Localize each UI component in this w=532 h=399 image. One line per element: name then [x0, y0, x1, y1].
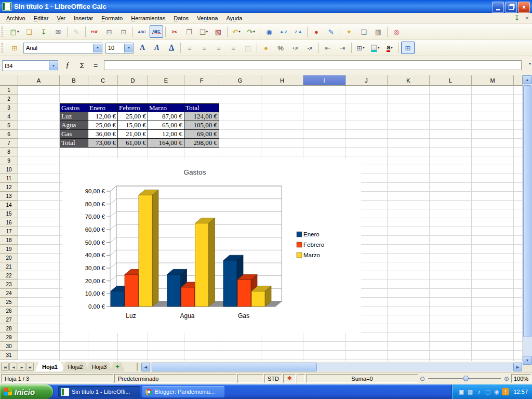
table-cell[interactable]: 12,00 €: [148, 130, 184, 139]
table-cell[interactable]: 12,00 €: [88, 112, 118, 121]
table-row-label[interactable]: Agua: [60, 121, 88, 130]
table-cell[interactable]: 87,00 €: [148, 112, 184, 121]
toolbar-grip[interactable]: [2, 26, 5, 37]
scroll-down-icon[interactable]: ▼: [523, 356, 532, 365]
borders-button[interactable]: ⊞▾: [354, 42, 367, 54]
combo-dropdown-icon[interactable]: ▾: [93, 44, 102, 52]
dropdown-arrow-icon[interactable]: ▾: [378, 46, 380, 50]
power-icon[interactable]: ◉: [492, 388, 501, 396]
row-header-29[interactable]: 29: [0, 333, 18, 342]
column-header-H[interactable]: H: [261, 75, 303, 86]
table-cell[interactable]: 25,00 €: [118, 112, 148, 121]
zoom-slider[interactable]: ⊖ ⊕: [420, 374, 509, 383]
row-header-27[interactable]: 27: [0, 315, 18, 324]
vertical-scrollbar[interactable]: ▲ ▼: [523, 75, 532, 365]
column-header-L[interactable]: L: [430, 75, 472, 86]
spellcheck-button[interactable]: ABC: [135, 25, 149, 38]
scroll-right-icon[interactable]: ▶: [513, 363, 522, 371]
table-row-label[interactable]: Total: [60, 139, 88, 148]
column-header-A[interactable]: A: [18, 75, 60, 86]
column-header-F[interactable]: F: [184, 75, 219, 86]
print-button[interactable]: ⊟: [102, 25, 116, 38]
row-header-20[interactable]: 20: [0, 254, 18, 262]
first-sheet-icon[interactable]: |◀: [1, 363, 9, 371]
new-document-button[interactable]: ▤▾: [8, 25, 21, 38]
delete-decimal-button[interactable]: -,0: [303, 42, 316, 54]
font-color-button[interactable]: a▾: [383, 42, 396, 54]
row-header-14[interactable]: 14: [0, 201, 18, 209]
minimize-button[interactable]: [492, 2, 504, 13]
last-sheet-icon[interactable]: ▶|: [26, 363, 34, 371]
column-header-J[interactable]: J: [345, 75, 388, 86]
zoom-in-icon[interactable]: ⊕: [504, 375, 509, 382]
table-cell[interactable]: 73,00 €: [88, 139, 118, 148]
open-button[interactable]: ❏: [22, 25, 36, 38]
menu-item-ayuda[interactable]: Ayuda: [222, 14, 246, 23]
column-header-E[interactable]: E: [148, 75, 184, 86]
row-header-10[interactable]: 10: [0, 165, 18, 174]
font-size-combo[interactable]: 10▾: [105, 43, 134, 54]
row-header-23[interactable]: 23: [0, 280, 18, 289]
table-cell[interactable]: 25,00 €: [88, 121, 118, 130]
column-header-M[interactable]: M: [472, 75, 514, 86]
row-header-5[interactable]: 5: [0, 121, 18, 130]
help-button[interactable]: ◎: [390, 25, 403, 38]
menu-item-formato[interactable]: Formato: [97, 14, 127, 23]
percent-format-button[interactable]: %: [274, 42, 287, 54]
dropdown-arrow-icon[interactable]: ▾: [363, 46, 365, 50]
scroll-left-icon[interactable]: ◀: [141, 363, 150, 371]
toolbar-grip[interactable]: [2, 43, 5, 53]
row-header-28[interactable]: 28: [0, 324, 18, 333]
background-color-button[interactable]: ▤▾: [368, 42, 382, 54]
menu-item-ventana[interactable]: Ventana: [193, 14, 222, 23]
underline-button[interactable]: A: [165, 42, 178, 54]
bold-button[interactable]: A: [136, 42, 149, 54]
row-header-22[interactable]: 22: [0, 271, 18, 280]
column-header-C[interactable]: C: [88, 75, 118, 86]
row-header-12[interactable]: 12: [0, 183, 18, 192]
formula-input[interactable]: [104, 60, 522, 70]
dropdown-arrow-icon[interactable]: ▾: [253, 30, 255, 34]
row-header-6[interactable]: 6: [0, 130, 18, 139]
save-button[interactable]: ↧: [37, 25, 50, 38]
row-header-19[interactable]: 19: [0, 245, 18, 254]
row-header-15[interactable]: 15: [0, 209, 18, 218]
horizontal-scrollbar[interactable]: [151, 363, 513, 371]
row-header-25[interactable]: 25: [0, 298, 18, 307]
close-document-icon[interactable]: ×: [525, 14, 529, 22]
table-cell[interactable]: 164,00 €: [148, 139, 184, 148]
status-zoom-value[interactable]: 100%: [511, 374, 531, 383]
table-cell[interactable]: 124,00 €: [184, 112, 219, 121]
sheet-tab-hoja2[interactable]: Hoja2: [62, 362, 88, 371]
italic-button[interactable]: A: [150, 42, 164, 54]
dropdown-arrow-icon[interactable]: ▾: [238, 30, 241, 34]
align-justify-button[interactable]: ≡: [227, 42, 240, 54]
align-left-button[interactable]: ≡: [183, 42, 196, 54]
row-header-2[interactable]: 2: [0, 95, 18, 103]
gallery-button[interactable]: ❏: [357, 25, 370, 38]
volume-icon[interactable]: ♪: [474, 388, 483, 396]
table-cell[interactable]: 65,00 €: [148, 121, 184, 130]
row-header-9[interactable]: 9: [0, 156, 18, 165]
table-cell[interactable]: 36,00 €: [88, 130, 118, 139]
horizontal-scroll-thumb[interactable]: [152, 363, 317, 371]
table-cell[interactable]: 69,00 €: [184, 130, 219, 139]
decrease-indent-button[interactable]: ⇤: [321, 42, 335, 54]
status-sum[interactable]: Suma=0: [306, 374, 418, 383]
close-button[interactable]: ×: [518, 2, 530, 13]
row-header-7[interactable]: 7: [0, 139, 18, 148]
task-button-2[interactable]: Blogger: Pandemoniu...: [142, 386, 224, 397]
format-paintbrush-button[interactable]: ▧: [211, 25, 225, 38]
row-header-1[interactable]: 1: [0, 86, 18, 95]
table-header-cell[interactable]: Marzo: [148, 103, 184, 112]
navigator-button[interactable]: ✦: [342, 25, 356, 38]
font-size-combo-value[interactable]: 10: [106, 45, 124, 51]
table-cell[interactable]: 105,00 €: [184, 121, 219, 130]
zoom-out-icon[interactable]: ⊖: [420, 375, 425, 382]
row-header-18[interactable]: 18: [0, 236, 18, 245]
table-row-label[interactable]: Luz: [60, 112, 88, 121]
print-preview-button[interactable]: ⊡: [117, 25, 130, 38]
security-alert-icon[interactable]: !: [502, 388, 509, 395]
dropdown-arrow-icon[interactable]: ▾: [206, 30, 208, 34]
menu-item-insertar[interactable]: Insertar: [70, 14, 97, 23]
